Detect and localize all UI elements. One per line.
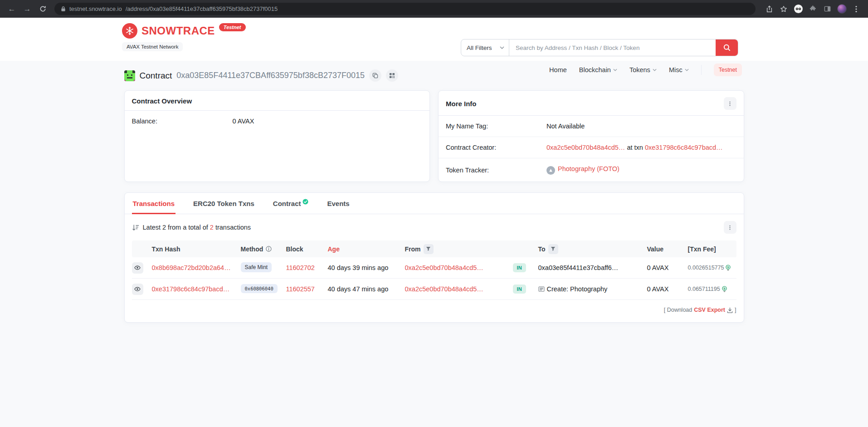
contract-creator-row: Contract Creator: 0xa2c5e0bd70b48a4cd5… … (439, 137, 744, 158)
snowtrace-logo[interactable]: SNOWTRACE Testnet (122, 23, 246, 39)
tracker-label: Token Tracker: (446, 167, 546, 174)
search-input[interactable] (509, 39, 716, 56)
more-info-menu-button[interactable] (724, 97, 736, 110)
to-filter-button[interactable] (548, 244, 558, 254)
nav-tokens[interactable]: Tokens (629, 66, 657, 74)
kebab-icon (855, 5, 857, 13)
funnel-icon (426, 246, 431, 251)
gas-bulb-icon[interactable]: $ (725, 265, 731, 271)
txn-fee: 0.0026515775 $ (688, 265, 736, 271)
info-icon[interactable] (266, 246, 272, 252)
contract-overview-card: Contract Overview Balance: 0 AVAX (124, 90, 430, 182)
extension-owl-button[interactable] (792, 3, 805, 15)
col-method: Method (241, 245, 286, 253)
chrome-menu-button[interactable] (850, 3, 863, 15)
chevron-down-icon (653, 69, 657, 71)
search-bar: All Filters (461, 39, 738, 56)
browser-toolbar: ← → testnet.snowtrace.io/address/0xa03e8… (0, 0, 868, 18)
overview-card-title: Contract Overview (132, 97, 192, 105)
profile-avatar (837, 4, 847, 14)
main-nav: Home Blockchain Tokens Misc Testnet (549, 64, 742, 76)
balance-row: Balance: 0 AVAX (125, 111, 430, 132)
qr-code-button[interactable] (386, 69, 398, 82)
search-filter-dropdown[interactable]: All Filters (461, 39, 509, 56)
balance-label: Balance: (132, 118, 233, 125)
search-icon (723, 44, 731, 51)
block-link[interactable]: 11602557 (286, 285, 328, 293)
name-tag-row: My Name Tag: Not Available (439, 116, 744, 137)
tab-transactions[interactable]: Transactions (132, 193, 176, 214)
table-header: Txn Hash Method Block Age From To Value … (132, 240, 736, 257)
nav-blockchain[interactable]: Blockchain (579, 66, 617, 74)
brand-testnet-badge: Testnet (219, 23, 246, 31)
col-to: To (538, 244, 647, 254)
page-title: Contract (140, 71, 172, 81)
profile-avatar-button[interactable] (835, 3, 848, 15)
txn-fee: 0.065711195 $ (688, 286, 736, 293)
nav-misc[interactable]: Misc (669, 66, 689, 74)
from-filter-button[interactable] (424, 244, 434, 254)
contract-address: 0xa03E85F4411e37CBAff635975bf38cB2737F00… (176, 71, 365, 80)
funnel-icon (551, 246, 556, 251)
verified-check-icon (302, 199, 308, 205)
browser-reload-button[interactable] (36, 3, 49, 15)
snowflake-logo-icon (122, 23, 137, 39)
name-tag-label: My Name Tag: (446, 123, 546, 130)
creator-label: Contract Creator: (446, 144, 546, 151)
method-badge[interactable]: Safe Mint (241, 262, 272, 272)
token-tracker-link[interactable]: Photography (FOTO) (558, 165, 619, 172)
browser-back-button[interactable]: ← (5, 3, 18, 15)
copy-icon (372, 73, 378, 79)
extensions-puzzle-button[interactable] (806, 3, 819, 15)
qr-code-icon (389, 73, 395, 79)
share-button[interactable] (763, 3, 775, 15)
csv-export-link[interactable]: CSV Export (694, 307, 725, 313)
from-address-link[interactable]: 0xa2c5e0bd70b48a4cd5… (405, 264, 502, 271)
search-button[interactable] (716, 39, 738, 56)
more-info-card-title: More Info (446, 100, 477, 108)
direction-badge: IN (513, 263, 527, 272)
txn-value: 0 AVAX (647, 285, 688, 293)
extension-icon (794, 5, 803, 13)
forward-icon: → (24, 5, 31, 14)
chevron-down-icon (685, 69, 689, 71)
address-bar[interactable]: testnet.snowtrace.io/address/0xa03e85f44… (54, 3, 756, 15)
from-address-link[interactable]: 0xa2c5e0bd70b48a4cd5… (405, 285, 502, 293)
sort-icon (132, 224, 139, 231)
txn-hash-link[interactable]: 0xe31798c6c84c97bacd… (152, 285, 236, 293)
more-info-card: More Info My Name Tag: Not Available Con… (438, 90, 744, 182)
copy-address-button[interactable] (369, 69, 381, 82)
to-address: 0xa03e85f4411e37cbaff6… (538, 264, 647, 271)
share-icon (766, 5, 773, 13)
preview-txn-button[interactable] (132, 262, 143, 274)
col-value: Value (647, 245, 688, 253)
tab-events[interactable]: Events (326, 193, 350, 214)
kebab-icon (729, 225, 731, 231)
testnet-network-button[interactable]: Testnet (714, 64, 742, 76)
bookmark-star-button[interactable] (777, 3, 790, 15)
transactions-menu-button[interactable] (724, 221, 736, 234)
eye-icon (134, 287, 141, 291)
creator-address-link[interactable]: 0xa2c5e0bd70b48a4cd5… (546, 144, 625, 151)
puzzle-icon (809, 5, 816, 12)
creator-txn-link[interactable]: 0xe31798c6c84c97bacd… (645, 144, 723, 151)
block-link[interactable]: 11602702 (286, 264, 328, 271)
nav-home[interactable]: Home (549, 66, 567, 74)
txn-hash-link[interactable]: 0x8b698ac72bd20b2a64… (152, 264, 236, 271)
tab-erc20-token-txns[interactable]: ERC20 Token Txns (192, 193, 255, 214)
gas-bulb-icon[interactable]: $ (722, 286, 727, 293)
balance-value: 0 AVAX (233, 118, 254, 125)
col-from: From (405, 244, 513, 254)
tab-contract[interactable]: Contract (272, 193, 310, 214)
transactions-summary: Latest 2 from a total of 2 transactions (132, 224, 251, 231)
method-badge[interactable]: 0x60806040 (241, 284, 278, 293)
brand-wordmark: SNOWTRACE (141, 23, 215, 39)
browser-forward-button[interactable]: → (21, 3, 34, 15)
side-panel-button[interactable] (821, 3, 834, 15)
direction-badge: IN (513, 285, 527, 294)
tab-bar: Transactions ERC20 Token Txns Contract E… (125, 193, 744, 214)
col-age[interactable]: Age (328, 245, 405, 253)
preview-txn-button[interactable] (132, 284, 143, 295)
eye-icon (134, 265, 141, 270)
csv-export-row: [ Download CSV Export ] (132, 307, 736, 313)
